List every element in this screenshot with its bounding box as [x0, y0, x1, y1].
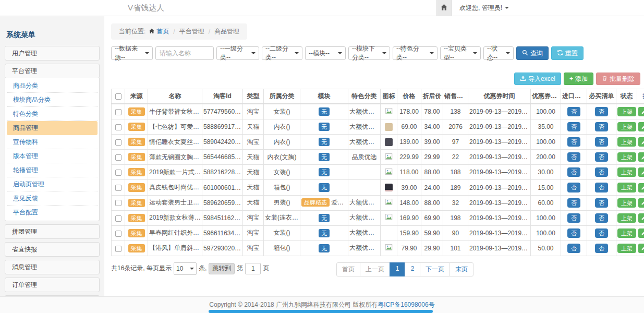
import-excel-button[interactable]: 导入excel [514, 73, 561, 85]
edit-button[interactable] [638, 137, 644, 147]
row-checkbox[interactable] [115, 185, 121, 191]
sidebar-subitem-7[interactable]: 启动页管理 [7, 177, 98, 191]
sidebar-subitem-0[interactable]: 商品分类 [7, 79, 98, 93]
filter-select-7[interactable]: --状态-- [483, 46, 514, 60]
status-toggle[interactable]: 上架 [617, 137, 636, 147]
imported-toggle[interactable]: 否 [567, 122, 580, 131]
status-toggle[interactable]: 上架 [617, 213, 636, 223]
must-buy-toggle[interactable]: 否 [595, 244, 608, 253]
batch-delete-button[interactable]: 批量删除 [596, 73, 640, 85]
status-toggle[interactable]: 上架 [617, 167, 636, 177]
sidebar-subitem-3[interactable]: 商品管理 [7, 121, 98, 135]
row-checkbox[interactable] [115, 139, 121, 146]
status-toggle[interactable]: 上架 [617, 183, 636, 192]
must-buy-toggle[interactable]: 否 [595, 198, 608, 208]
edit-button[interactable] [638, 107, 644, 116]
feature-cell: 大额优惠券 [348, 119, 381, 135]
caret-down-icon [430, 52, 434, 56]
home-button[interactable] [436, 0, 452, 16]
edit-button[interactable] [638, 198, 644, 208]
must-buy-toggle[interactable]: 否 [595, 213, 608, 223]
edit-button[interactable] [638, 167, 644, 177]
jump-page-input[interactable] [245, 263, 261, 274]
feature-cell: 大额优惠券 [348, 210, 381, 225]
sidebar-subitem-8[interactable]: 意见反馈 [7, 191, 98, 206]
filter-select-2[interactable]: --二级分类-- [262, 46, 302, 60]
sidebar-subitem-1[interactable]: 模块商品分类 [7, 93, 98, 107]
filter-select-1[interactable]: --一级分类-- [216, 46, 259, 60]
row-checkbox[interactable] [115, 246, 121, 252]
category-cell: 内衣(文胸) [264, 150, 300, 165]
imported-toggle[interactable]: 否 [567, 213, 580, 223]
search-button[interactable]: 查询 [516, 46, 549, 60]
user-menu[interactable]: 欢迎您, 管理员! [452, 0, 516, 16]
imported-toggle[interactable]: 否 [567, 107, 580, 116]
status-toggle[interactable]: 上架 [617, 107, 636, 116]
name-search-input[interactable] [155, 46, 214, 60]
imported-toggle[interactable]: 否 [567, 137, 580, 147]
filter-select-0[interactable]: --数据来源-- [111, 46, 153, 60]
status-toggle[interactable]: 上架 [617, 152, 636, 162]
must-buy-toggle[interactable]: 否 [595, 107, 608, 116]
imported-toggle[interactable]: 否 [567, 198, 580, 208]
filter-select-6[interactable]: --宝贝类型-- [440, 46, 481, 60]
imported-toggle[interactable]: 否 [567, 167, 580, 177]
filter-select-5[interactable]: --特色分类-- [393, 46, 438, 60]
imported-toggle[interactable]: 否 [567, 244, 580, 253]
edit-button[interactable] [638, 228, 644, 238]
sidebar-subitem-4[interactable]: 宣传物料 [7, 135, 98, 149]
imported-toggle[interactable]: 否 [567, 183, 580, 192]
sidebar-item-0[interactable]: 用户管理 [5, 46, 100, 61]
status-cell: 上架 [616, 165, 637, 180]
row-checkbox[interactable] [115, 124, 121, 130]
sidebar-item-4[interactable]: 消息管理 [5, 260, 100, 274]
sidebar-subitem-9[interactable]: 平台配置 [7, 206, 98, 220]
per-page-select[interactable]: 10 [174, 262, 197, 275]
sidebar-item-3[interactable]: 省直快报 [5, 242, 100, 257]
must-buy-toggle[interactable]: 否 [595, 183, 608, 192]
page-button-2[interactable]: 2 [405, 262, 420, 276]
status-toggle[interactable]: 上架 [617, 122, 636, 131]
icp-link[interactable]: 粤ICP备16098006号 [378, 301, 434, 308]
page-button-1[interactable]: 1 [390, 262, 405, 276]
edit-button[interactable] [638, 213, 644, 223]
edit-button[interactable] [638, 122, 644, 131]
imported-toggle[interactable]: 否 [567, 228, 580, 238]
reset-button[interactable]: 重置 [551, 46, 584, 60]
imported-toggle[interactable]: 否 [567, 152, 580, 162]
filter-select-4[interactable]: --模块下分类-- [348, 46, 390, 60]
must-buy-toggle[interactable]: 否 [595, 122, 608, 131]
row-checkbox[interactable] [115, 109, 121, 115]
sidebar-subitem-5[interactable]: 版本管理 [7, 149, 98, 163]
add-button[interactable]: + 添加 [564, 73, 593, 85]
row-checkbox[interactable] [115, 154, 121, 161]
edit-button[interactable] [638, 183, 644, 192]
source-badge: 采集 [128, 214, 145, 222]
sidebar-item-5[interactable]: 订单管理 [5, 278, 100, 292]
must-buy-toggle[interactable]: 否 [595, 152, 608, 162]
page-button-首页: 首页 [336, 262, 360, 276]
sidebar-item-2[interactable]: 拼团管理 [5, 224, 100, 239]
page-button-末页[interactable]: 末页 [449, 262, 473, 276]
breadcrumb-home-link[interactable]: 首页 [149, 27, 169, 36]
must-buy-toggle[interactable]: 否 [595, 228, 608, 238]
row-checkbox[interactable] [115, 231, 121, 237]
operation-cell [637, 225, 644, 240]
must-buy-toggle[interactable]: 否 [595, 167, 608, 177]
status-toggle[interactable]: 上架 [617, 198, 636, 208]
status-toggle[interactable]: 上架 [617, 244, 636, 253]
status-toggle[interactable]: 上架 [617, 228, 636, 238]
must-buy-toggle[interactable]: 否 [595, 137, 608, 147]
edit-button[interactable] [638, 244, 644, 253]
row-checkbox[interactable] [115, 170, 121, 176]
row-checkbox[interactable] [115, 200, 121, 206]
jump-button[interactable]: 跳转到 [209, 263, 235, 274]
sidebar-subitem-6[interactable]: 轮播管理 [7, 163, 98, 177]
page-button-下一页[interactable]: 下一页 [420, 262, 450, 276]
sidebar-subitem-2[interactable]: 特色分类 [7, 107, 98, 121]
filter-select-3[interactable]: --模块-- [305, 46, 346, 60]
edit-button[interactable] [638, 152, 644, 162]
select-all-checkbox[interactable] [115, 93, 121, 100]
row-checkbox[interactable] [115, 215, 121, 222]
sidebar-item-1[interactable]: 平台管理 [5, 64, 100, 78]
